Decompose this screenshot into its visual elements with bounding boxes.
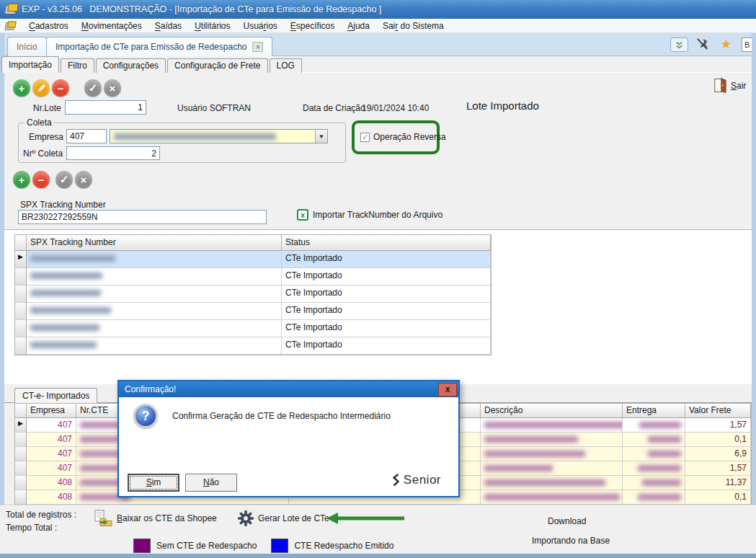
- sair-button[interactable]: Sair: [713, 77, 746, 94]
- entrega-cell-redacted: [623, 418, 685, 433]
- col-spx-tracking[interactable]: SPX Tracking Number: [27, 235, 282, 251]
- spx-grid: SPX Tracking Number Status ▶CTe Importad…: [14, 234, 492, 355]
- operacao-reversa-label: Operação Reversa: [373, 132, 446, 142]
- dialog-title-bar[interactable]: Confirmação!: [119, 381, 458, 397]
- table-row[interactable]: CTe Importado: [15, 337, 491, 355]
- valor-frete-cell: 0,1: [685, 433, 751, 447]
- lote-status-text: Lote Importado: [466, 99, 539, 112]
- col-descricao[interactable]: Descrição: [481, 404, 623, 418]
- valor-frete-cell: 1,57: [685, 418, 751, 433]
- data-criacao-value: 19/01/2024 10:40: [362, 103, 429, 113]
- close-tab-icon[interactable]: ×: [252, 42, 263, 52]
- col-status[interactable]: Status: [282, 235, 491, 251]
- row-selector[interactable]: ▶: [15, 251, 27, 268]
- status-cell: CTe Importado: [282, 285, 491, 303]
- menu-bar: CadastrosMovimentaçõesSaídasUtilitáriosU…: [0, 19, 756, 33]
- entrega-cell-redacted: [623, 461, 685, 476]
- dialog-close-icon[interactable]: x: [438, 383, 457, 397]
- row-selector[interactable]: [15, 320, 27, 337]
- tab-cte-importados[interactable]: CT-e- Importados: [14, 388, 97, 403]
- remove-tracking-button[interactable]: −: [32, 171, 50, 188]
- baixar-cte-shopee-button[interactable]: Baixar os CTE da Shopee: [94, 510, 217, 527]
- menu-item-cadastros[interactable]: Cadastros: [22, 19, 75, 32]
- edit-pencil-button[interactable]: [32, 79, 50, 97]
- status-cell: CTe Importado: [282, 320, 491, 337]
- row-selector-header: [15, 404, 27, 418]
- confirm-button[interactable]: ✓: [84, 79, 102, 97]
- cancel-button[interactable]: ×: [104, 79, 121, 97]
- nao-button[interactable]: Não: [185, 474, 237, 492]
- importar-tracknumber-button[interactable]: x Importar TrackNumber do Arquivo: [297, 209, 443, 221]
- nr-lote-input[interactable]: 1: [65, 100, 146, 115]
- empresa-label: Empresa: [29, 132, 63, 142]
- subtab-log[interactable]: LOG: [270, 58, 302, 73]
- question-icon: ?: [133, 404, 158, 428]
- empresa-code: 407: [70, 131, 84, 141]
- subtab-importa-o[interactable]: Importação: [1, 56, 59, 73]
- menu-item-movimenta-es[interactable]: Movimentações: [75, 19, 148, 32]
- baixar-cte-label: Baixar os CTE da Shopee: [117, 513, 217, 523]
- table-row[interactable]: CTe Importado: [15, 303, 491, 320]
- sim-button[interactable]: Sim: [128, 474, 179, 492]
- row-selector[interactable]: [15, 433, 27, 447]
- delete-button[interactable]: −: [52, 79, 69, 97]
- menu-item-sair-do-sistema[interactable]: Sair do Sistema: [376, 19, 450, 32]
- valor-frete-cell: 0,1: [685, 490, 751, 505]
- empresa-combobox[interactable]: ▼: [110, 129, 328, 143]
- row-selector[interactable]: [15, 447, 27, 461]
- menu-item-ajuda[interactable]: Ajuda: [341, 19, 376, 32]
- menu-item-espec-ficos[interactable]: Específicos: [284, 19, 341, 32]
- operacao-reversa-checkbox[interactable]: ✓ Operação Reversa: [360, 132, 446, 142]
- gerar-lote-label: Gerar Lote de CTe: [258, 513, 329, 523]
- spx-tracking-value: BR230227292559N: [22, 212, 97, 222]
- col-empresa[interactable]: Empresa: [27, 404, 76, 418]
- row-selector[interactable]: ▶: [15, 418, 27, 433]
- subtab-configura-es[interactable]: Configurações: [96, 58, 166, 73]
- row-selector[interactable]: [15, 268, 27, 285]
- nr-coleta-input[interactable]: 2: [66, 146, 160, 160]
- row-selector[interactable]: [15, 476, 27, 490]
- dialog-message: Confirma Geração de CTE de Redespacho In…: [172, 411, 391, 421]
- cancel-tracking-button[interactable]: ×: [75, 171, 92, 188]
- checkbox-check-icon[interactable]: ✓: [360, 133, 370, 142]
- unpin-icon[interactable]: [695, 37, 709, 53]
- add-button[interactable]: +: [13, 79, 30, 97]
- table-row[interactable]: CTe Importado: [15, 285, 491, 303]
- subtab-configura-o-de-frete[interactable]: Configuração de Frete: [167, 58, 267, 73]
- tab-inicio[interactable]: Início: [7, 37, 47, 56]
- combo-dropdown-icon[interactable]: ▼: [315, 130, 327, 143]
- status-bar: Total de registros : Tempo Total : Baixa…: [0, 505, 756, 554]
- empresa-cell: 408: [27, 476, 76, 490]
- row-selector[interactable]: [15, 303, 27, 320]
- row-selector[interactable]: [15, 337, 27, 355]
- spx-tracking-input[interactable]: BR230227292559N: [18, 210, 267, 224]
- confirm-tracking-button[interactable]: ✓: [55, 171, 73, 188]
- row-selector[interactable]: [15, 490, 27, 505]
- descricao-cell-redacted: [481, 447, 623, 461]
- nr-lote-value: 1: [138, 102, 143, 112]
- senior-logo: Senior: [391, 473, 441, 487]
- chevron-down-icon[interactable]: [670, 37, 688, 52]
- col-entrega[interactable]: Entrega: [623, 404, 685, 418]
- table-row[interactable]: CTe Importado: [15, 268, 491, 285]
- table-row[interactable]: CTe Importado: [15, 320, 491, 337]
- empresa-cell: 407: [27, 447, 76, 461]
- total-registros-label: Total de registros :: [6, 510, 76, 520]
- favorite-star-icon[interactable]: ★: [721, 37, 731, 52]
- table-row[interactable]: ▶CTe Importado: [15, 251, 491, 268]
- subtab-filtro[interactable]: Filtro: [61, 58, 94, 73]
- menu-item-usu-rios[interactable]: Usuários: [236, 19, 283, 32]
- col-valor-frete[interactable]: Valor Frete: [685, 404, 751, 418]
- menu-item-sa-das[interactable]: Saídas: [148, 19, 188, 32]
- add-tracking-button[interactable]: +: [13, 171, 30, 188]
- row-selector[interactable]: [15, 285, 27, 303]
- empresa-code-input[interactable]: 407: [66, 129, 107, 143]
- gerar-lote-cte-button[interactable]: Gerar Lote de CTe: [238, 510, 329, 526]
- descricao-cell-redacted: [481, 433, 623, 447]
- window-title: EXP - v3.25.06 DEMONSTRAÇÃO - [Importaçã…: [22, 4, 381, 14]
- row-selector[interactable]: [15, 461, 27, 476]
- tab-importacao-cte[interactable]: Importação de CTe para Emissão de Redesp…: [46, 37, 272, 56]
- download-document-icon: [94, 510, 112, 527]
- sim-label: Sim: [146, 477, 161, 487]
- menu-item-utilit-rios[interactable]: Utilitários: [188, 19, 236, 32]
